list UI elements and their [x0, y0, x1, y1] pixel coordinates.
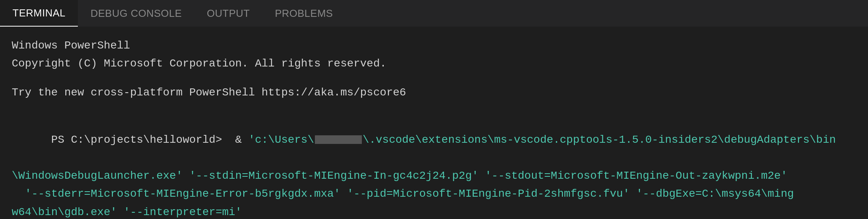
terminal-line-1: Windows PowerShell [12, 37, 856, 55]
terminal-line-3: Try the new cross-platform PowerShell ht… [12, 84, 856, 102]
tab-debug-console-label: DEBUG CONSOLE [90, 7, 182, 20]
terminal-line-5: \WindowsDebugLauncher.exe' '--stdin=Micr… [12, 167, 856, 185]
terminal-command-2: \.vscode\extensions\ms-vscode.cpptools-1… [363, 134, 836, 146]
terminal-body[interactable]: Windows PowerShell Copyright (C) Microso… [0, 27, 868, 219]
tab-terminal-label: TERMINAL [13, 7, 65, 19]
tab-problems[interactable]: PROBLEMS [262, 0, 346, 27]
tab-debug-console[interactable]: DEBUG CONSOLE [78, 0, 194, 27]
tab-output-label: OUTPUT [207, 7, 250, 20]
tab-bar: TERMINAL DEBUG CONSOLE OUTPUT PROBLEMS [0, 0, 868, 27]
terminal-prompt-1: PS C:\projects\helloworld> & [51, 134, 248, 146]
terminal-empty-2 [12, 102, 856, 113]
tab-problems-label: PROBLEMS [275, 7, 333, 20]
terminal-line-2: Copyright (C) Microsoft Corporation. All… [12, 55, 856, 73]
tab-output[interactable]: OUTPUT [194, 0, 262, 27]
terminal-line-7: w64\bin\gdb.exe' '--interpreter=mi' [12, 203, 856, 219]
terminal-line-6: '--stderr=Microsoft-MIEngine-Error-b5rgk… [12, 185, 856, 203]
terminal-empty-1 [12, 73, 856, 84]
terminal-redacted [315, 135, 362, 144]
terminal-command-1: 'c:\Users\ [248, 134, 314, 146]
terminal-command-line: PS C:\projects\helloworld> & 'c:\Users\\… [12, 113, 856, 167]
tab-terminal[interactable]: TERMINAL [0, 0, 78, 27]
terminal-container: TERMINAL DEBUG CONSOLE OUTPUT PROBLEMS W… [0, 0, 868, 219]
